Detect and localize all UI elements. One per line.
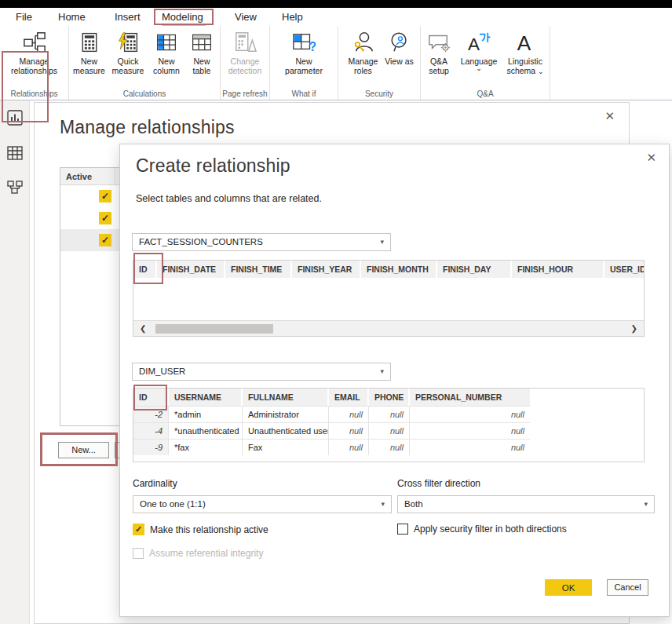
menu-help[interactable]: Help [282,8,303,26]
model-view-icon[interactable] [7,179,23,195]
qa-setup-button[interactable]: Q&A setup [422,30,456,76]
powerbi-window: File Home Insert Modeling View Help Mana… [0,0,672,624]
active-checkbox[interactable]: ✓ [99,190,111,203]
scroll-left-icon[interactable]: ❮ [140,321,146,337]
language-button[interactable]: A Language ⌄ [457,30,501,71]
table2-select[interactable]: DIM_USER ▾ [132,363,391,381]
new-parameter-button[interactable]: ? New parameter [279,30,328,76]
table2-header-row: ID USERNAME FULLNAME EMAIL PHONE PERSONA… [133,389,530,406]
new-table-button[interactable]: New table [185,30,218,76]
cell-email: null [329,407,369,422]
chevron-down-icon: ⌄ [538,68,544,75]
table1-col-user-id[interactable]: USER_ID [604,261,644,278]
table1-select[interactable]: FACT_SESSION_COUNTERS ▾ [132,233,391,251]
ribbon-group-qa: Q&A setup A Language ⌄ A Linguistic sche… [421,26,550,100]
menu-file[interactable]: File [16,8,32,26]
table1-col-finish-hour[interactable]: FINISH_HOUR [512,261,604,278]
group-label-security: Security [338,89,420,98]
view-sidebar [0,100,30,624]
table1-col-finish-year[interactable]: FINISH_YEAR [292,261,361,278]
new-column-label: New column [148,57,184,76]
unchecked-checkbox[interactable] [397,524,408,535]
table2-col-phone[interactable]: PHONE [369,389,410,406]
linguistic-schema-button[interactable]: A Linguistic schema ⌄ [502,30,549,76]
new-parameter-label: New parameter [279,57,328,76]
cardinality-label: Cardinality [133,478,177,489]
table-icon [191,30,213,55]
cell-personal-number: null [410,440,530,455]
group-label-relationships: Relationships [0,89,68,98]
svg-text:A: A [468,35,480,54]
menu-view[interactable]: View [235,8,257,26]
linguistic-schema-label: Linguistic schema ⌄ [502,57,549,76]
new-relationship-button[interactable]: New... [58,442,109,458]
group-label-calculations: Calculations [69,89,220,98]
menu-home[interactable]: Home [58,8,86,26]
cell-username: *unauthenticated [169,423,243,439]
view-as-button[interactable]: View as [384,30,415,66]
table1-col-finish-month[interactable]: FINISH_MONTH [361,261,437,278]
change-detection-button: Change detection [222,30,268,76]
parameter-table-icon: ? [292,30,316,55]
table1-preview: ID FINISH_DATE FINISH_TIME FINISH_YEAR F… [133,260,645,337]
new-table-label: New table [185,57,218,76]
create-relationship-title: Create relationship [136,155,290,177]
new-measure-label: New measure [71,57,108,76]
make-active-label: Make this relationship active [150,524,268,535]
new-column-button[interactable]: New column [148,30,184,76]
table1-col-finish-date[interactable]: FINISH_DATE [157,261,225,278]
report-view-icon[interactable] [7,110,23,126]
menu-insert[interactable]: Insert [115,8,141,26]
svg-text:?: ? [309,40,316,53]
table2-col-id[interactable]: ID [133,389,169,406]
ribbon-group-relationships: Manage relationships Relationships [0,26,69,100]
quick-measure-button[interactable]: Quick measure [108,30,148,76]
checked-checkbox[interactable]: ✓ [133,524,144,535]
calculator-icon [79,30,100,55]
cell-username: *admin [169,407,243,422]
data-view-icon[interactable] [7,145,23,161]
cell-phone: null [369,440,410,455]
qa-setup-label: Q&A setup [422,57,456,76]
table1-col-finish-time[interactable]: FINISH_TIME [225,261,292,278]
scroll-right-icon[interactable]: ❯ [631,321,637,337]
table2-row[interactable]: -9 *fax Fax null null null [133,439,530,455]
referential-integrity-label: Assume referential integrity [149,548,263,559]
change-detection-icon [233,30,257,55]
table2-row[interactable]: -4 *unauthenticated Unauthenticated user… [133,422,530,439]
table2-col-personal-number[interactable]: PERSONAL_NUMBER [410,389,530,406]
table2-col-fullname[interactable]: FULLNAME [243,389,329,406]
table2-row[interactable]: -2 *admin Administrator null null null [133,406,530,422]
security-filter-option[interactable]: Apply security filter in both directions [397,524,567,535]
active-checkbox[interactable]: ✓ [99,234,111,246]
ok-button[interactable]: OK [545,579,592,596]
scrollbar-thumb[interactable] [155,324,273,334]
cell-phone: null [369,407,410,422]
lightning-calculator-icon [117,30,139,55]
close-icon[interactable]: ✕ [604,109,615,123]
table1-col-id[interactable]: ID [133,261,157,278]
table2-col-username[interactable]: USERNAME [169,389,243,406]
cancel-button[interactable]: Cancel [607,579,648,596]
close-icon[interactable]: ✕ [646,151,656,165]
svg-text:A: A [517,31,531,54]
table2-preview: ID USERNAME FULLNAME EMAIL PHONE PERSONA… [133,388,645,462]
group-label-what-if: What if [270,89,338,98]
quick-measure-label: Quick measure [108,57,148,76]
new-measure-button[interactable]: New measure [71,30,108,76]
manage-roles-button[interactable]: Manage roles [344,30,383,76]
make-active-option[interactable]: ✓ Make this relationship active [133,524,268,535]
table2-col-email[interactable]: EMAIL [329,389,369,406]
cell-email: null [329,440,369,455]
cell-phone: null [369,423,410,439]
cell-personal-number: null [410,407,530,422]
active-column-header: Active [60,168,115,184]
table2-select-value: DIM_USER [139,367,185,376]
cross-filter-select[interactable]: Both ▾ [397,495,655,513]
active-checkbox[interactable]: ✓ [99,212,111,224]
table1-col-finish-day[interactable]: FINISH_DAY [437,261,512,278]
cell-id: -9 [133,440,169,455]
manage-relationships-button[interactable]: Manage relationships [5,30,64,76]
table1-horizontal-scrollbar[interactable]: ❮ ❯ [133,320,644,336]
cardinality-select[interactable]: One to one (1:1) ▾ [133,495,392,513]
